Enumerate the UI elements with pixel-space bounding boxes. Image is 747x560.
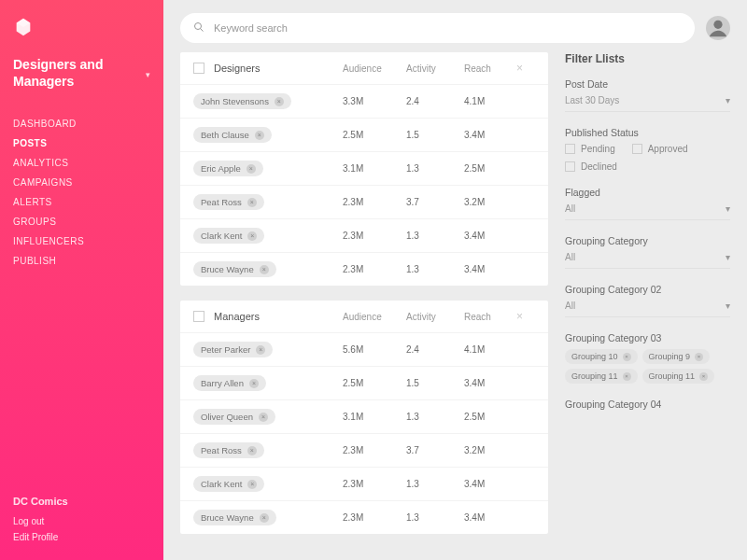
activity-cell: 3.7	[406, 445, 464, 455]
close-icon[interactable]: ×	[516, 310, 535, 323]
topbar: Keyword search	[163, 0, 747, 52]
reach-cell: 3.4M	[464, 512, 516, 523]
table-row[interactable]: Bruce Wayne×2.3M1.33.4M	[180, 252, 548, 286]
gc1-label: Grouping Category	[565, 235, 730, 246]
person-pill[interactable]: Clark Kent×	[193, 228, 264, 244]
nav-item-groups[interactable]: GROUPS	[13, 212, 150, 231]
reach-cell: 3.2M	[464, 445, 516, 455]
table-row[interactable]: John Stevensons×3.3M2.44.1M	[180, 84, 548, 118]
gc3-label: Grouping Category 03	[565, 332, 730, 343]
person-pill[interactable]: Clark Kent×	[193, 476, 264, 492]
reach-cell: 3.4M	[464, 378, 516, 388]
nav-item-posts[interactable]: POSTS	[13, 133, 150, 153]
remove-icon[interactable]: ×	[623, 372, 631, 381]
reach-cell: 4.1M	[464, 96, 516, 106]
remove-icon[interactable]: ×	[260, 265, 269, 274]
activity-cell: 2.4	[406, 344, 464, 355]
edit-profile-link[interactable]: Edit Profile	[13, 529, 68, 545]
flagged-label: Flagged	[565, 187, 730, 198]
remove-icon[interactable]: ×	[249, 379, 259, 388]
reach-cell: 3.4M	[464, 264, 516, 274]
search-placeholder: Keyword search	[214, 22, 288, 34]
nav-item-alerts[interactable]: ALERTS	[13, 192, 150, 212]
person-pill[interactable]: Bruce Wayne×	[193, 510, 276, 525]
avatar[interactable]	[706, 16, 730, 40]
remove-icon[interactable]: ×	[247, 480, 257, 489]
gc1-select[interactable]: All ▾	[565, 252, 730, 269]
sidebar-footer: DC Comics Log out Edit Profile	[13, 493, 68, 545]
gc2-label: Grouping Category 02	[565, 284, 730, 295]
audience-cell: 2.3M	[343, 231, 406, 241]
audience-cell: 2.3M	[343, 445, 406, 455]
person-pill[interactable]: Oliver Queen×	[193, 409, 275, 425]
audience-cell: 2.5M	[343, 378, 406, 388]
person-pill[interactable]: Beth Clause×	[193, 127, 272, 143]
person-pill[interactable]: John Stevensons×	[193, 93, 291, 109]
table-row[interactable]: Eric Apple×3.1M1.32.5M	[180, 151, 548, 185]
remove-icon[interactable]: ×	[247, 198, 257, 207]
table-row[interactable]: Peter Parker×5.6M2.44.1M	[180, 332, 548, 366]
search-input[interactable]: Keyword search	[180, 13, 695, 43]
checkbox-approved[interactable]: Approved	[632, 144, 688, 154]
nav-item-analytics[interactable]: ANALYTICS	[13, 153, 150, 173]
remove-icon[interactable]: ×	[260, 513, 269, 523]
post-date-select[interactable]: Last 30 Days ▾	[565, 95, 730, 112]
person-pill[interactable]: Eric Apple×	[193, 161, 263, 176]
nav-item-publish[interactable]: PUBLISH	[13, 251, 150, 271]
logout-link[interactable]: Log out	[13, 513, 68, 529]
close-icon[interactable]: ×	[516, 62, 535, 75]
person-pill[interactable]: Peat Ross×	[193, 194, 264, 210]
table-row[interactable]: Clark Kent×2.3M1.33.4M	[180, 218, 548, 252]
person-pill[interactable]: Barry Allen×	[193, 375, 266, 391]
activity-cell: 1.3	[406, 163, 464, 174]
select-all-checkbox[interactable]	[193, 63, 204, 74]
nav-item-dashboard[interactable]: DASHBOARD	[13, 114, 150, 133]
activity-cell: 1.5	[406, 130, 464, 140]
audience-cell: 2.3M	[343, 264, 406, 274]
remove-icon[interactable]: ×	[247, 446, 257, 455]
filter-chip[interactable]: Grouping 10×	[565, 349, 638, 364]
select-all-checkbox[interactable]	[193, 311, 204, 322]
remove-icon[interactable]: ×	[275, 97, 284, 106]
table-row[interactable]: Barry Allen×2.5M1.53.4M	[180, 366, 548, 399]
gc4-label: Grouping Category 04	[565, 399, 730, 410]
col-header: Reach	[464, 312, 516, 322]
person-pill[interactable]: Peat Ross×	[193, 442, 264, 458]
filter-chip[interactable]: Grouping 11×	[565, 369, 638, 384]
svg-point-0	[195, 23, 202, 30]
reach-cell: 3.2M	[464, 197, 516, 207]
nav-item-campaigns[interactable]: CAMPAIGNS	[13, 173, 150, 192]
remove-icon[interactable]: ×	[247, 164, 256, 174]
checkbox-icon	[565, 144, 575, 154]
svg-point-2	[713, 21, 722, 29]
table-row[interactable]: Oliver Queen×3.1M1.32.5M	[180, 399, 548, 433]
table-row[interactable]: Beth Clause×2.5M1.53.4M	[180, 118, 548, 151]
flagged-select[interactable]: All ▾	[565, 203, 730, 220]
filter-chip[interactable]: Grouping 11×	[642, 369, 715, 384]
workspace-title: Designers and Managers	[13, 56, 146, 90]
chevron-down-icon[interactable]: ▾	[146, 70, 150, 79]
table-row[interactable]: Clark Kent×2.3M1.33.4M	[180, 467, 548, 500]
checkbox-declined[interactable]: Declined	[565, 161, 617, 172]
activity-cell: 1.5	[406, 378, 464, 388]
remove-icon[interactable]: ×	[699, 372, 708, 381]
remove-icon[interactable]: ×	[623, 353, 631, 361]
audience-cell: 2.3M	[343, 197, 406, 207]
reach-cell: 3.4M	[464, 130, 516, 140]
remove-icon[interactable]: ×	[695, 353, 703, 361]
nav-item-influencers[interactable]: INFLUENCERS	[13, 231, 150, 251]
table-row[interactable]: Peat Ross×2.3M3.73.2M	[180, 185, 548, 218]
audience-cell: 3.3M	[343, 96, 406, 106]
remove-icon[interactable]: ×	[255, 131, 264, 140]
table-row[interactable]: Peat Ross×2.3M3.73.2M	[180, 433, 548, 467]
person-pill[interactable]: Bruce Wayne×	[193, 261, 276, 277]
gc2-select[interactable]: All ▾	[565, 301, 730, 317]
main: Keyword search DesignersAudienceActivity…	[163, 0, 747, 560]
checkbox-pending[interactable]: Pending	[565, 144, 615, 154]
remove-icon[interactable]: ×	[256, 345, 265, 355]
table-row[interactable]: Bruce Wayne×2.3M1.33.4M	[180, 500, 548, 534]
person-pill[interactable]: Peter Parker×	[193, 342, 273, 357]
remove-icon[interactable]: ×	[247, 231, 257, 241]
remove-icon[interactable]: ×	[259, 413, 268, 422]
filter-chip[interactable]: Grouping 9×	[642, 349, 711, 364]
